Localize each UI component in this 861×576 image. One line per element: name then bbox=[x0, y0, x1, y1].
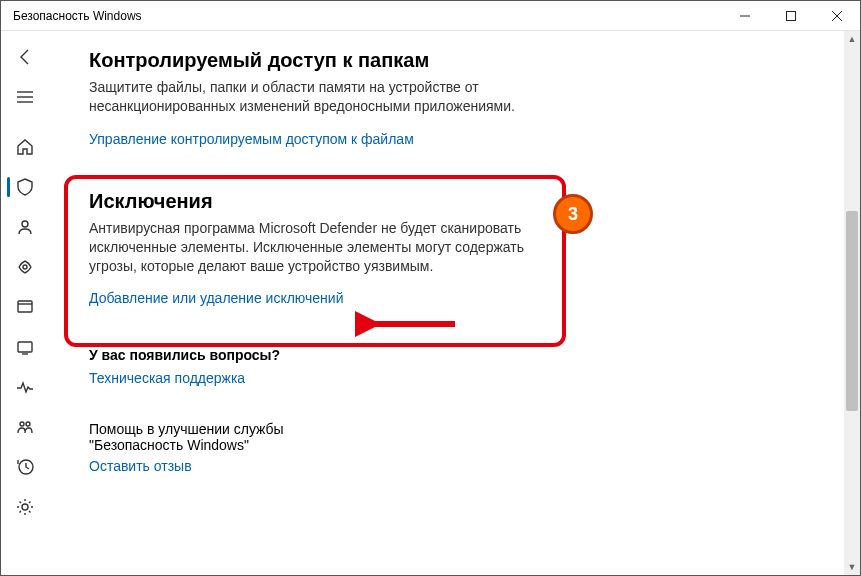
close-button[interactable] bbox=[814, 1, 860, 30]
folder-access-link[interactable]: Управление контролируемым доступом к фай… bbox=[89, 131, 414, 147]
questions-section: У вас появились вопросы? Техническая под… bbox=[89, 347, 836, 387]
scroll-up-icon[interactable]: ▲ bbox=[844, 31, 860, 47]
svg-rect-11 bbox=[18, 342, 32, 352]
app-browser-nav[interactable] bbox=[5, 287, 45, 327]
body-area: Контролируемый доступ к папкам Защитите … bbox=[1, 31, 860, 575]
scroll-down-icon[interactable]: ▼ bbox=[844, 559, 860, 575]
support-link[interactable]: Техническая поддержка bbox=[89, 370, 245, 386]
sidebar bbox=[1, 31, 49, 575]
minimize-button[interactable] bbox=[722, 1, 768, 30]
svg-point-8 bbox=[23, 265, 27, 269]
firewall-nav[interactable] bbox=[5, 247, 45, 287]
window-controls bbox=[722, 1, 860, 30]
history-nav[interactable] bbox=[5, 447, 45, 487]
content-area: Контролируемый доступ к папкам Защитите … bbox=[49, 31, 860, 575]
svg-rect-1 bbox=[787, 11, 796, 20]
family-nav[interactable] bbox=[5, 407, 45, 447]
scroll-thumb[interactable] bbox=[846, 211, 858, 411]
home-nav[interactable] bbox=[5, 127, 45, 167]
svg-point-7 bbox=[22, 221, 28, 227]
folder-access-section: Контролируемый доступ к папкам Защитите … bbox=[89, 49, 836, 148]
back-button[interactable] bbox=[5, 37, 45, 77]
maximize-button[interactable] bbox=[768, 1, 814, 30]
account-protection-nav[interactable] bbox=[5, 207, 45, 247]
feedback-section: Помощь в улучшении службы "Безопасность … bbox=[89, 421, 836, 475]
menu-button[interactable] bbox=[5, 77, 45, 117]
feedback-link[interactable]: Оставить отзыв bbox=[89, 458, 192, 474]
exclusions-title: Исключения bbox=[89, 190, 836, 213]
feedback-title: Помощь в улучшении службы "Безопасность … bbox=[89, 421, 349, 453]
svg-rect-9 bbox=[18, 301, 32, 312]
annotation-step-badge: 3 bbox=[553, 194, 593, 234]
folder-access-title: Контролируемый доступ к папкам bbox=[89, 49, 836, 72]
performance-nav[interactable] bbox=[5, 367, 45, 407]
settings-nav[interactable] bbox=[5, 487, 45, 527]
questions-title: У вас появились вопросы? bbox=[89, 347, 836, 363]
vertical-scrollbar[interactable]: ▲ ▼ bbox=[844, 31, 860, 575]
exclusions-body: Антивирусная программа Microsoft Defende… bbox=[89, 219, 559, 276]
window-root: Безопасность Windows bbox=[0, 0, 861, 576]
exclusions-section: Исключения Антивирусная программа Micros… bbox=[89, 190, 836, 308]
device-security-nav[interactable] bbox=[5, 327, 45, 367]
folder-access-body: Защитите файлы, папки и области памяти н… bbox=[89, 78, 559, 116]
svg-point-16 bbox=[22, 504, 28, 510]
virus-protection-nav[interactable] bbox=[5, 167, 45, 207]
svg-point-13 bbox=[20, 422, 24, 426]
title-bar: Безопасность Windows bbox=[1, 1, 860, 31]
svg-point-14 bbox=[26, 422, 30, 426]
window-title: Безопасность Windows bbox=[13, 9, 722, 23]
exclusions-link[interactable]: Добавление или удаление исключений bbox=[89, 290, 344, 306]
